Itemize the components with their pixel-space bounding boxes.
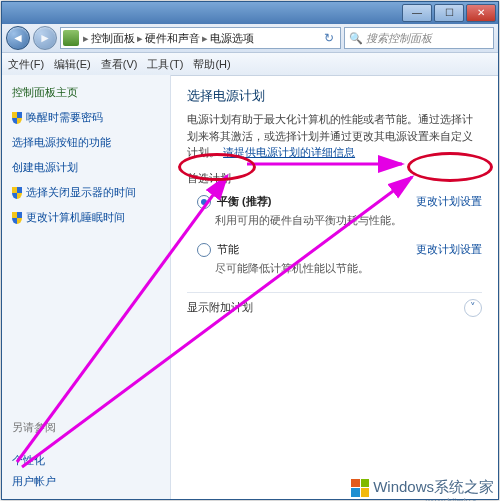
plan-name-balanced[interactable]: 平衡 (推荐)	[217, 194, 271, 209]
page-description: 电源计划有助于最大化计算机的性能或者节能。通过选择计划来将其激活，或选择计划并通…	[187, 111, 482, 161]
maximize-button[interactable]: ☐	[434, 4, 464, 22]
see-also-user-accounts[interactable]: 用户帐户	[12, 474, 160, 489]
plan-sub-saver: 尽可能降低计算机性能以节能。	[215, 261, 482, 276]
sidebar-item-label: 选择关闭显示器的时间	[26, 185, 136, 200]
preferred-plans-header: 首选计划	[187, 171, 482, 186]
show-additional-plans[interactable]: 显示附加计划 ˅	[187, 292, 482, 317]
description-link[interactable]: 请提供电源计划的详细信息	[223, 146, 355, 158]
radio-saver[interactable]	[197, 243, 211, 257]
shield-icon	[12, 212, 22, 224]
breadcrumb-item[interactable]: 硬件和声音	[145, 31, 200, 46]
control-panel-icon	[63, 30, 79, 46]
menu-tools[interactable]: 工具(T)	[147, 57, 183, 72]
expander-label: 显示附加计划	[187, 300, 253, 315]
see-also-header: 另请参阅	[12, 420, 160, 437]
watermark: Windows系统之家 www.bjjmlv.c...	[351, 478, 494, 497]
content-pane: 选择电源计划 电源计划有助于最大化计算机的性能或者节能。通过选择计划来将其激活，…	[171, 75, 498, 499]
watermark-url: www.bjjmlv.c...	[426, 497, 484, 501]
shield-icon	[12, 187, 22, 199]
shield-icon	[12, 112, 22, 124]
nav-back-button[interactable]: ◄	[6, 26, 30, 50]
sidebar: 控制面板主页 唤醒时需要密码 选择电源按钮的功能 创建电源计划 选择关闭显示器的…	[2, 75, 171, 499]
minimize-button[interactable]: —	[402, 4, 432, 22]
menu-file[interactable]: 文件(F)	[8, 57, 44, 72]
sidebar-item-label: 唤醒时需要密码	[26, 110, 103, 125]
breadcrumb-item[interactable]: 电源选项	[210, 31, 254, 46]
sidebar-item-label: 创建电源计划	[12, 160, 78, 175]
change-plan-settings-saver[interactable]: 更改计划设置	[416, 242, 482, 257]
search-input[interactable]: 🔍 搜索控制面板	[344, 27, 494, 49]
breadcrumb-sep-icon: ▸	[202, 32, 208, 45]
change-plan-settings-balanced[interactable]: 更改计划设置	[416, 194, 482, 209]
sidebar-item-power-button[interactable]: 选择电源按钮的功能	[12, 135, 160, 150]
menu-bar: 文件(F) 编辑(E) 查看(V) 工具(T) 帮助(H)	[2, 53, 498, 76]
nav-forward-button[interactable]: ►	[33, 26, 57, 50]
refresh-button[interactable]: ↻	[320, 31, 338, 45]
sidebar-item-label: 更改计算机睡眠时间	[26, 210, 125, 225]
address-bar: ◄ ► ▸ 控制面板 ▸ 硬件和声音 ▸ 电源选项 ↻ 🔍 搜索控制面板	[2, 24, 498, 53]
see-also-personalization[interactable]: 个性化	[12, 453, 160, 468]
breadcrumb[interactable]: ▸ 控制面板 ▸ 硬件和声音 ▸ 电源选项 ↻	[60, 27, 341, 49]
menu-view[interactable]: 查看(V)	[101, 57, 138, 72]
sidebar-item-sleep-time[interactable]: 更改计算机睡眠时间	[12, 210, 160, 225]
breadcrumb-item[interactable]: 控制面板	[91, 31, 135, 46]
plan-sub-balanced: 利用可用的硬件自动平衡功耗与性能。	[215, 213, 482, 228]
menu-edit[interactable]: 编辑(E)	[54, 57, 91, 72]
titlebar: — ☐ ✕	[2, 2, 498, 24]
menu-help[interactable]: 帮助(H)	[193, 57, 230, 72]
breadcrumb-sep-icon: ▸	[137, 32, 143, 45]
search-icon: 🔍	[349, 32, 363, 45]
close-button[interactable]: ✕	[466, 4, 496, 22]
power-plan-saver: 节能 更改计划设置	[197, 242, 482, 257]
see-also-links: 个性化 用户帐户	[12, 447, 160, 489]
plan-name-saver[interactable]: 节能	[217, 242, 239, 257]
chevron-down-icon: ˅	[464, 299, 482, 317]
watermark-text: Windows系统之家	[373, 478, 494, 497]
windows-logo-icon	[351, 479, 369, 497]
page-title: 选择电源计划	[187, 87, 482, 105]
sidebar-item-wake-password[interactable]: 唤醒时需要密码	[12, 110, 160, 125]
power-plan-balanced: 平衡 (推荐) 更改计划设置	[197, 194, 482, 209]
search-placeholder: 搜索控制面板	[366, 31, 432, 46]
sidebar-item-create-plan[interactable]: 创建电源计划	[12, 160, 160, 175]
sidebar-item-label: 选择电源按钮的功能	[12, 135, 111, 150]
window-frame: — ☐ ✕ ◄ ► ▸ 控制面板 ▸ 硬件和声音 ▸ 电源选项 ↻ 🔍 搜索控制…	[1, 1, 499, 500]
window-body: 控制面板主页 唤醒时需要密码 选择电源按钮的功能 创建电源计划 选择关闭显示器的…	[2, 75, 498, 499]
sidebar-home[interactable]: 控制面板主页	[12, 85, 160, 100]
radio-balanced[interactable]	[197, 195, 211, 209]
sidebar-item-display-off[interactable]: 选择关闭显示器的时间	[12, 185, 160, 200]
breadcrumb-sep-icon: ▸	[83, 32, 89, 45]
